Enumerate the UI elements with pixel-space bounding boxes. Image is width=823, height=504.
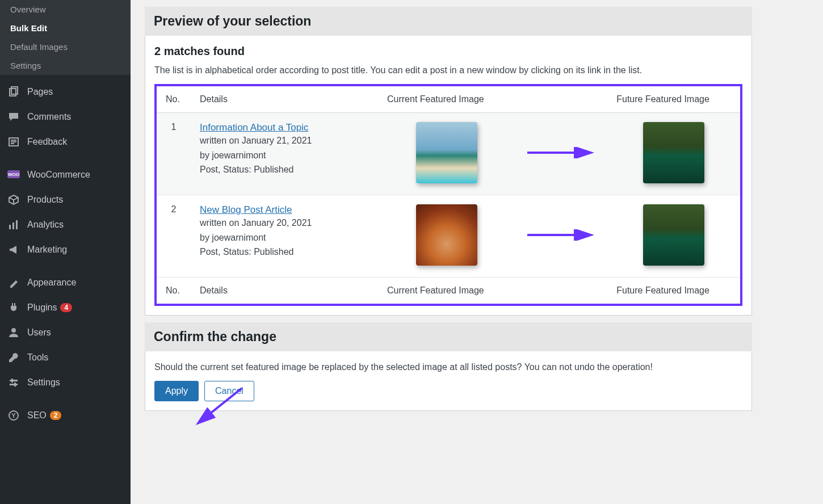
- sidebar-item-tools[interactable]: Tools: [0, 345, 131, 370]
- col-header-no: No.: [157, 86, 191, 113]
- sidebar-separator: [0, 154, 131, 162]
- products-icon: [7, 193, 20, 207]
- feedback-icon: [7, 135, 20, 149]
- sidebar-item-label: Analytics: [27, 220, 64, 230]
- table-row: 2New Blog Post Articlewritten on January…: [157, 195, 740, 278]
- col-footer-details: Details: [191, 278, 378, 304]
- sidebar-item-label: Products: [27, 195, 63, 205]
- svg-rect-10: [16, 220, 18, 229]
- row-details: Information About a Topicwritten on Janu…: [191, 113, 378, 195]
- preview-table: No. Details Current Featured Image Futur…: [157, 86, 740, 304]
- plugins-icon: [7, 301, 20, 314]
- post-title-link[interactable]: Information About a Topic: [200, 122, 309, 133]
- col-footer-arrow: [515, 278, 607, 304]
- sidebar-item-feedback[interactable]: Feedback: [0, 129, 131, 154]
- main-content: Preview of your selection 2 matches foun…: [131, 0, 766, 504]
- col-header-arrow: [515, 86, 607, 113]
- svg-rect-14: [11, 379, 13, 383]
- sidebar-item-plugins[interactable]: Plugins4: [0, 295, 131, 320]
- col-footer-current: Current Featured Image: [378, 278, 515, 304]
- svg-text:WOO: WOO: [8, 172, 19, 177]
- sidebar-submenu-item[interactable]: Default Images: [0, 37, 131, 56]
- post-title-link[interactable]: New Blog Post Article: [200, 204, 292, 215]
- post-meta-status: Post, Status: Published: [200, 162, 369, 177]
- sidebar-item-woocommerce[interactable]: WOOWooCommerce: [0, 162, 131, 187]
- comments-icon: [7, 110, 20, 124]
- current-featured-image: [416, 204, 477, 266]
- current-featured-image: [416, 122, 477, 183]
- svg-line-20: [199, 388, 242, 422]
- sidebar-item-label: Plugins: [27, 303, 57, 313]
- preview-highlight-box: No. Details Current Featured Image Futur…: [154, 84, 742, 306]
- svg-rect-9: [12, 222, 14, 229]
- seo-icon: Y: [7, 409, 20, 422]
- sidebar-item-label: Comments: [27, 112, 71, 122]
- svg-rect-15: [14, 383, 16, 387]
- annotation-arrow-icon: [191, 385, 247, 431]
- sidebar-item-label: Settings: [27, 377, 60, 388]
- sidebar-item-label: Appearance: [27, 278, 76, 288]
- sidebar-item-label: Marketing: [27, 245, 67, 255]
- col-footer-future: Future Featured Image: [607, 278, 740, 304]
- update-badge: 2: [50, 411, 62, 420]
- sidebar-item-label: Feedback: [27, 137, 67, 147]
- sidebar-item-pages[interactable]: Pages: [0, 79, 131, 104]
- arrow-cell: [515, 113, 607, 195]
- sidebar-item-label: Tools: [27, 352, 48, 363]
- marketing-icon: [7, 243, 20, 257]
- sidebar-submenu-item[interactable]: Bulk Edit: [0, 19, 131, 37]
- col-header-current: Current Featured Image: [378, 86, 515, 113]
- future-featured-image: [643, 122, 704, 183]
- sidebar-submenu: OverviewBulk EditDefault ImagesSettings: [0, 0, 131, 75]
- matches-heading: 2 matches found: [154, 45, 742, 58]
- post-meta-by: by joewarnimont: [200, 148, 369, 163]
- future-image-cell: [607, 195, 740, 278]
- sidebar-submenu-item[interactable]: Settings: [0, 56, 131, 75]
- arrow-cell: [515, 195, 607, 278]
- update-badge: 4: [60, 303, 72, 312]
- sidebar-item-label: Pages: [27, 87, 53, 97]
- tools-icon: [7, 351, 20, 364]
- preview-title: Preview of your selection: [154, 14, 743, 29]
- sidebar-item-users[interactable]: Users: [0, 320, 131, 345]
- svg-rect-1: [11, 87, 18, 94]
- sidebar-item-label: Users: [27, 327, 51, 338]
- sidebar-item-products[interactable]: Products: [0, 187, 131, 212]
- sidebar-item-label: SEO: [27, 410, 47, 421]
- arrow-right-icon: [524, 229, 598, 241]
- sidebar-item-appearance[interactable]: Appearance: [0, 270, 131, 295]
- row-details: New Blog Post Articlewritten on January …: [191, 195, 378, 278]
- current-image-cell: [378, 113, 515, 195]
- future-featured-image: [643, 204, 704, 266]
- row-number: 2: [157, 195, 191, 278]
- sidebar-submenu-item[interactable]: Overview: [0, 0, 131, 19]
- admin-sidebar: OverviewBulk EditDefault ImagesSettings …: [0, 0, 131, 504]
- confirm-panel-body: Should the current set featured image be…: [145, 351, 752, 411]
- arrow-right-icon: [524, 147, 598, 158]
- sidebar-item-settings[interactable]: Settings: [0, 370, 131, 395]
- confirm-panel-header: Confirm the change: [145, 322, 752, 351]
- sidebar-item-seo[interactable]: YSEO2: [0, 403, 131, 428]
- sidebar-item-comments[interactable]: Comments: [0, 104, 131, 129]
- confirm-text: Should the current set featured image be…: [154, 360, 742, 374]
- appearance-icon: [7, 276, 20, 289]
- col-header-details: Details: [191, 86, 378, 113]
- row-number: 1: [157, 113, 191, 195]
- svg-point-11: [11, 328, 16, 333]
- pages-icon: [7, 85, 20, 99]
- sidebar-item-marketing[interactable]: Marketing: [0, 237, 131, 262]
- post-meta-status: Post, Status: Published: [200, 245, 369, 259]
- future-image-cell: [607, 113, 740, 195]
- sidebar-main: PagesCommentsFeedbackWOOWooCommerceProdu…: [0, 75, 131, 428]
- settings-icon: [7, 376, 20, 389]
- svg-rect-8: [9, 225, 11, 229]
- current-image-cell: [378, 195, 515, 278]
- sidebar-separator: [0, 262, 131, 270]
- svg-rect-0: [10, 89, 16, 96]
- sidebar-item-analytics[interactable]: Analytics: [0, 212, 131, 237]
- sidebar-item-label: WooCommerce: [27, 170, 90, 180]
- confirm-title: Confirm the change: [154, 329, 743, 345]
- col-header-future: Future Featured Image: [607, 86, 740, 113]
- svg-rect-12: [10, 380, 18, 381]
- woo-icon: WOO: [7, 168, 20, 182]
